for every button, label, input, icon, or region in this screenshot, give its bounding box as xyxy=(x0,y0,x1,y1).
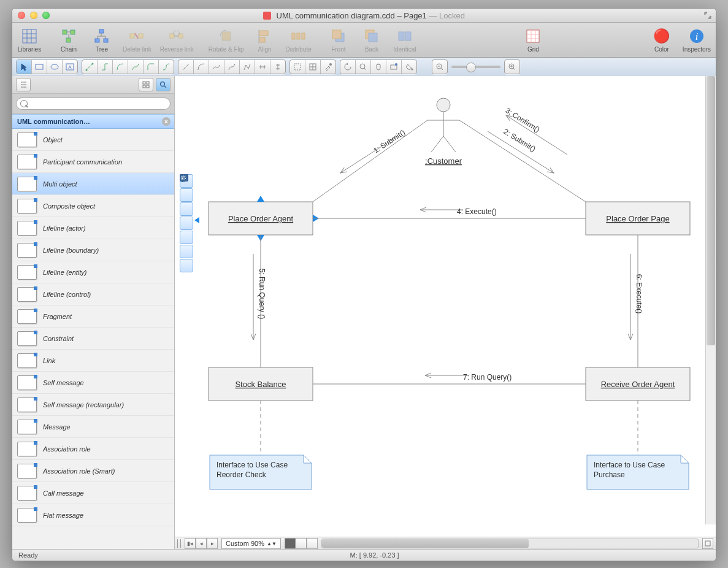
horizontal-scrollbar[interactable] xyxy=(321,539,699,548)
rotate-tool[interactable] xyxy=(340,60,356,74)
note-reorder-check[interactable]: Interface to Use Case Reorder Check xyxy=(210,455,312,489)
line-tool[interactable] xyxy=(178,60,194,74)
diagram-canvas[interactable]: :Customer Place Order Agent Place Order … xyxy=(175,76,716,537)
back-button[interactable]: Back xyxy=(359,28,384,53)
direct-connector[interactable] xyxy=(82,60,98,74)
library-item[interactable]: Lifeline (boundary) xyxy=(12,239,174,261)
close-window-button[interactable] xyxy=(18,12,25,19)
eyedrop-tool[interactable] xyxy=(321,60,335,74)
svg-text:Purchase: Purchase xyxy=(594,470,625,479)
window-title: UML communication diagram.cdd – Page1 — … xyxy=(12,11,716,20)
front-button[interactable]: Front xyxy=(326,28,351,53)
library-item[interactable]: Association role (Smart) xyxy=(12,460,174,482)
object-receive-order-agent[interactable]: Receive Order Agent xyxy=(586,367,690,401)
pointer-tool[interactable] xyxy=(17,60,32,74)
page-tab-1[interactable] xyxy=(285,538,296,549)
delete-link-button[interactable]: Delete link xyxy=(123,28,151,53)
page-tab-add[interactable] xyxy=(296,538,307,549)
rect-tool[interactable] xyxy=(32,60,47,74)
text-tool[interactable]: A xyxy=(63,60,77,74)
fill-tool[interactable] xyxy=(402,60,416,74)
library-search-input[interactable] xyxy=(16,98,171,110)
vertical-scrollbar[interactable] xyxy=(705,76,716,524)
reverse-link-button[interactable]: Reverse link xyxy=(160,28,194,53)
library-item[interactable]: Object xyxy=(12,129,174,151)
zoom-select[interactable]: Custom 90% ▲▼ xyxy=(221,538,281,549)
spline-tool[interactable] xyxy=(209,60,224,74)
library-item[interactable]: Multi object xyxy=(12,173,174,195)
rotate-flip-button[interactable]: Rotate & Flip xyxy=(209,28,244,53)
zoom-window-button[interactable] xyxy=(42,12,50,19)
note-purchase[interactable]: Interface to Use Case Purchase xyxy=(587,455,689,489)
bezier-connector[interactable] xyxy=(128,60,144,74)
library-header[interactable]: UML communication… × xyxy=(12,114,174,129)
round-connector[interactable] xyxy=(144,60,159,74)
diagram-svg: :Customer Place Order Agent Place Order … xyxy=(175,76,716,532)
arc-connector[interactable] xyxy=(113,60,128,74)
tree-button[interactable]: Tree xyxy=(90,28,114,53)
svg-rect-22 xyxy=(297,33,300,39)
split-handle[interactable] xyxy=(177,539,181,548)
zoom-tool[interactable] xyxy=(356,60,371,74)
ellipse-tool[interactable] xyxy=(47,60,63,74)
interact-tool[interactable] xyxy=(386,60,402,74)
link-customer-page[interactable] xyxy=(459,120,586,202)
library-item[interactable]: Message xyxy=(12,416,174,438)
arc-tool[interactable] xyxy=(194,60,209,74)
hline-tool[interactable] xyxy=(255,60,270,74)
next-page-button[interactable]: ▸ xyxy=(207,538,218,549)
object-place-order-agent[interactable]: Place Order Agent xyxy=(209,196,319,241)
zoom-out-button[interactable] xyxy=(432,60,447,74)
curve-tool[interactable] xyxy=(224,60,240,74)
library-item[interactable]: Fragment xyxy=(12,305,174,328)
smart-connector[interactable] xyxy=(98,60,113,74)
inspectors-button[interactable]: iInspectors xyxy=(683,28,711,53)
expand-icon[interactable] xyxy=(703,11,712,20)
color-button[interactable]: 🔴Color xyxy=(649,28,674,53)
svg-rect-17 xyxy=(222,32,231,40)
table-tool[interactable] xyxy=(305,60,321,74)
spline-connector[interactable] xyxy=(159,60,174,74)
libraries-button[interactable]: Libraries xyxy=(17,28,42,53)
zoom-slider[interactable] xyxy=(451,66,500,68)
library-item[interactable]: Lifeline (control) xyxy=(12,283,174,305)
vline-tool[interactable] xyxy=(270,60,285,74)
first-page-button[interactable]: ▮◂ xyxy=(185,538,196,549)
crop-tool[interactable] xyxy=(290,60,305,74)
svg-point-38 xyxy=(51,64,58,69)
library-item[interactable]: Link xyxy=(12,350,174,372)
prev-page-button[interactable]: ◂ xyxy=(196,538,207,549)
link-customer-agent[interactable] xyxy=(313,120,427,202)
library-item[interactable]: Association role xyxy=(12,438,174,460)
shape-thumb-icon xyxy=(17,265,37,280)
search-toggle-button[interactable] xyxy=(156,78,171,91)
chain-button[interactable]: Chain xyxy=(56,28,81,53)
polyline-tool[interactable] xyxy=(240,60,255,74)
library-item[interactable]: Lifeline (entity) xyxy=(12,261,174,283)
library-item[interactable]: Self message (rectangular) xyxy=(12,394,174,416)
library-item[interactable]: Constraint xyxy=(12,328,174,350)
library-item[interactable]: Participant communication xyxy=(12,151,174,173)
close-library-button[interactable]: × xyxy=(162,117,171,126)
library-item[interactable]: Flat message xyxy=(12,504,174,526)
tree-view-button[interactable] xyxy=(16,78,31,91)
identical-button[interactable]: Identical xyxy=(393,28,417,53)
library-item[interactable]: Composite object xyxy=(12,195,174,217)
library-item[interactable]: Call message xyxy=(12,482,174,504)
page-tab-extra[interactable] xyxy=(307,538,318,549)
page-setup-button[interactable] xyxy=(702,538,713,549)
object-stock-balance[interactable]: Stock Balance xyxy=(209,367,313,401)
shape-thumb-icon xyxy=(17,442,37,456)
grid-button[interactable]: Grid xyxy=(521,28,545,53)
hand-tool[interactable] xyxy=(371,60,386,74)
library-item[interactable]: Lifeline (actor) xyxy=(12,217,174,239)
grid-view-button[interactable] xyxy=(139,78,153,91)
distribute-button[interactable]: Distribute xyxy=(286,28,312,53)
align-button[interactable]: Align xyxy=(253,28,277,53)
object-place-order-page[interactable]: Place Order Page xyxy=(586,202,690,235)
library-item[interactable]: Self message xyxy=(12,372,174,394)
handle-top[interactable] xyxy=(257,196,264,202)
zoom-in-button[interactable] xyxy=(505,60,519,74)
minimize-window-button[interactable] xyxy=(30,12,37,19)
actor-customer[interactable]: :Customer xyxy=(425,98,462,166)
